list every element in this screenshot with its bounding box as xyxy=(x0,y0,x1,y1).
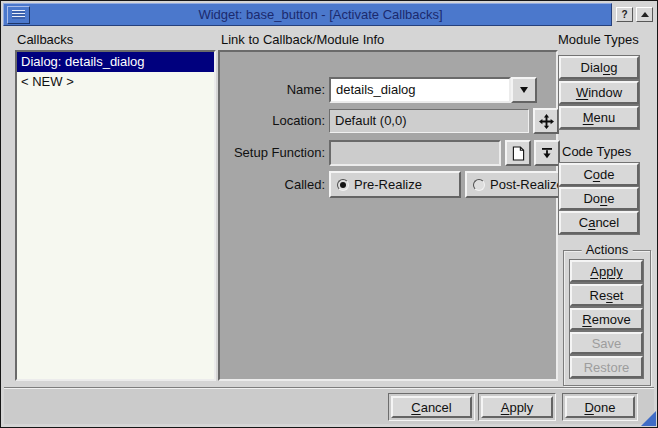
list-item[interactable]: Dialog: details_dialog xyxy=(17,52,214,72)
module-types-label: Module Types xyxy=(558,32,639,47)
action-restore-button: Restore xyxy=(570,356,643,378)
location-label: Location: xyxy=(220,109,325,133)
setup-function-input[interactable] xyxy=(329,140,501,166)
action-reset-button[interactable]: Reset xyxy=(570,284,643,306)
chevron-down-icon xyxy=(520,87,528,93)
help-icon: ? xyxy=(621,9,627,20)
setup-new-file-button[interactable] xyxy=(505,140,531,166)
called-label: Called: xyxy=(220,171,325,198)
radio-label: Pre-Realize xyxy=(354,177,422,192)
setup-pick-button[interactable] xyxy=(534,140,560,166)
actions-group: Actions Apply Reset Remove Save Restore xyxy=(563,250,651,386)
info-panel: Name: details_dialog Location: Default (… xyxy=(218,50,558,381)
menu-icon xyxy=(12,10,25,19)
action-apply-button[interactable]: Apply xyxy=(570,260,643,282)
new-file-icon xyxy=(512,146,525,161)
action-remove-button[interactable]: Remove xyxy=(570,308,643,330)
code-types-label: Code Types xyxy=(562,144,631,159)
dialog-window: Widget: base_button - [Activate Callback… xyxy=(0,0,658,428)
resize-grip[interactable] xyxy=(641,411,656,426)
list-item[interactable]: < NEW > xyxy=(17,72,214,92)
name-dropdown-button[interactable] xyxy=(511,77,537,103)
radio-selected-icon xyxy=(337,179,349,191)
info-panel-title: Link to Callback/Module Info xyxy=(221,32,384,47)
actions-group-title: Actions xyxy=(582,242,633,257)
apply-button-frame: Apply xyxy=(478,393,556,421)
callbacks-list: Dialog: details_dialog < NEW > xyxy=(15,50,216,381)
name-input[interactable]: details_dialog xyxy=(329,77,511,103)
done-button-frame: Done xyxy=(562,393,638,421)
radio-label: Post-Realize xyxy=(490,177,564,192)
module-type-menu-button[interactable]: Menu xyxy=(559,106,639,129)
footer: Cancel Apply Done xyxy=(4,389,654,424)
name-label: Name: xyxy=(220,77,325,103)
titlebar-blue[interactable]: Widget: base_button - [Activate Callback… xyxy=(3,3,612,26)
apply-button[interactable]: Apply xyxy=(481,396,553,418)
help-button[interactable]: ? xyxy=(616,7,633,22)
action-save-button: Save xyxy=(570,332,643,354)
code-type-done-button[interactable]: Done xyxy=(559,187,639,210)
module-type-dialog-button[interactable]: Dialog xyxy=(559,56,639,79)
cancel-button[interactable]: Cancel xyxy=(391,396,472,418)
code-type-code-button[interactable]: Code xyxy=(559,163,639,186)
down-arrow-to-bar-icon xyxy=(540,146,554,160)
radio-unselected-icon xyxy=(473,179,485,191)
radio-pre-realize[interactable]: Pre-Realize xyxy=(329,171,461,198)
module-type-window-button[interactable]: Window xyxy=(559,81,639,104)
code-type-cancel-button[interactable]: Cancel xyxy=(559,211,639,234)
location-field[interactable]: Default (0,0) xyxy=(329,109,529,133)
window-title: Widget: base_button - [Activate Callback… xyxy=(30,7,611,22)
cancel-button-frame: Cancel xyxy=(388,393,475,421)
move-icon xyxy=(539,114,554,129)
window-menu-button[interactable] xyxy=(7,6,30,24)
shade-icon xyxy=(641,12,649,17)
titlebar[interactable]: Widget: base_button - [Activate Callback… xyxy=(3,3,655,26)
location-move-button[interactable] xyxy=(533,108,559,134)
callbacks-label: Callbacks xyxy=(17,32,73,47)
done-button[interactable]: Done xyxy=(565,396,635,418)
titlebar-controls: ? xyxy=(612,3,655,26)
setup-function-label: Setup Function: xyxy=(220,140,325,166)
shade-button[interactable] xyxy=(636,7,653,22)
